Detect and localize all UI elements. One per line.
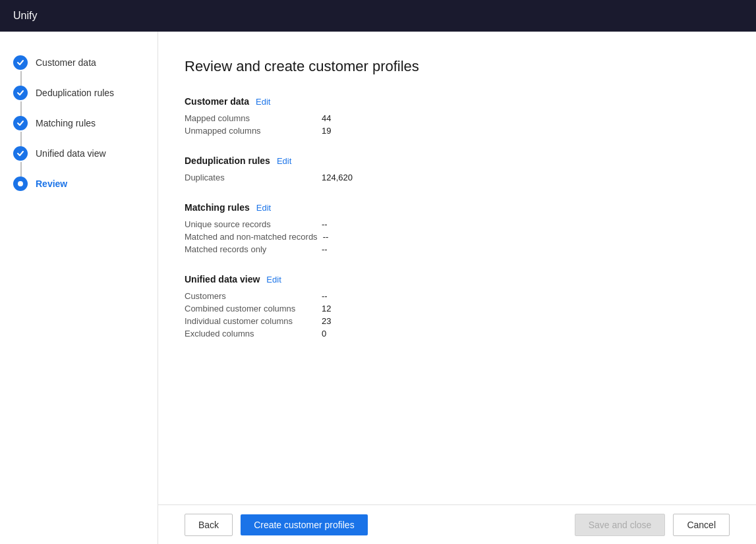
save-close-button[interactable]: Save and close (575, 514, 666, 536)
row-value: -- (322, 219, 328, 229)
section-deduplication-rules: Deduplication rulesEditDuplicates124,620 (185, 155, 730, 184)
section-header: Deduplication rulesEdit (185, 155, 730, 166)
row-label: Individual customer columns (185, 316, 316, 326)
section-header: Unified data viewEdit (185, 274, 730, 285)
edit-deduplication-rules-link[interactable]: Edit (277, 156, 291, 166)
content-area: Review and create customer profiles Cust… (158, 32, 756, 504)
section-row: Mapped columns44 (185, 112, 730, 124)
row-label: Unmapped columns (185, 126, 316, 136)
row-value: 44 (322, 113, 331, 123)
section-row: Duplicates124,620 (185, 171, 730, 184)
step-label: Unified data view (36, 148, 106, 159)
step-label: Customer data (36, 57, 96, 68)
section-title: Unified data view (185, 274, 260, 285)
section-header: Matching rulesEdit (185, 202, 730, 213)
section-title: Customer data (185, 96, 249, 107)
row-label: Combined customer columns (185, 304, 316, 313)
section-unified-data-view: Unified data viewEditCustomers--Combined… (185, 274, 730, 340)
step-circle (13, 55, 28, 70)
row-label: Excluded columns (185, 329, 316, 339)
section-title: Matching rules (185, 202, 250, 213)
row-label: Mapped columns (185, 113, 316, 123)
section-row: Matched and non-matched records-- (185, 231, 730, 243)
sidebar-step-unified-data-view[interactable]: Unified data view (0, 138, 158, 169)
row-label: Unique source records (185, 219, 316, 229)
section-header: Customer dataEdit (185, 96, 730, 107)
row-value: 12 (322, 304, 331, 313)
row-value: -- (323, 232, 329, 242)
cancel-button[interactable]: Cancel (673, 514, 730, 536)
row-value: 0 (322, 329, 326, 339)
step-circle (13, 177, 28, 191)
app-title: Unify (13, 10, 37, 22)
section-customer-data: Customer dataEditMapped columns44Unmappe… (185, 96, 730, 137)
section-matching-rules: Matching rulesEditUnique source records-… (185, 202, 730, 256)
section-title: Deduplication rules (185, 155, 270, 166)
row-value: 124,620 (322, 173, 353, 182)
app-header: Unify (0, 0, 756, 32)
step-label: Deduplication rules (36, 88, 114, 98)
section-row: Unmapped columns19 (185, 124, 730, 137)
row-value: 23 (322, 316, 331, 326)
row-label: Matched and non-matched records (185, 232, 318, 242)
step-circle (13, 86, 28, 100)
step-circle (13, 146, 28, 161)
row-value: 19 (322, 126, 331, 136)
svg-point-0 (18, 181, 23, 186)
footer-left: Back Create customer profiles (185, 514, 368, 536)
section-row: Matched records only-- (185, 243, 730, 256)
section-row: Customers-- (185, 290, 730, 302)
row-label: Matched records only (185, 244, 316, 254)
row-value: -- (322, 291, 328, 301)
main-content: Review and create customer profiles Cust… (158, 32, 756, 544)
footer: Back Create customer profiles Save and c… (158, 504, 756, 544)
row-label: Customers (185, 291, 316, 301)
app-body: Customer dataDeduplication rulesMatching… (0, 32, 756, 544)
sidebar-step-deduplication-rules[interactable]: Deduplication rules (0, 78, 158, 108)
row-label: Duplicates (185, 173, 316, 182)
step-circle (13, 116, 28, 130)
edit-matching-rules-link[interactable]: Edit (256, 203, 271, 213)
sidebar: Customer dataDeduplication rulesMatching… (0, 32, 158, 544)
step-label: Review (36, 178, 67, 189)
section-row: Combined customer columns12 (185, 302, 730, 315)
sidebar-step-review[interactable]: Review (0, 169, 158, 199)
edit-unified-data-view-link[interactable]: Edit (266, 275, 281, 285)
sidebar-step-matching-rules[interactable]: Matching rules (0, 108, 158, 138)
section-row: Excluded columns0 (185, 327, 730, 340)
section-row: Individual customer columns23 (185, 315, 730, 327)
footer-right: Save and close Cancel (575, 514, 730, 536)
create-profiles-button[interactable]: Create customer profiles (241, 514, 368, 535)
step-label: Matching rules (36, 118, 96, 128)
sidebar-step-customer-data[interactable]: Customer data (0, 47, 158, 78)
edit-customer-data-link[interactable]: Edit (256, 97, 270, 107)
back-button[interactable]: Back (185, 514, 233, 536)
row-value: -- (322, 244, 328, 254)
section-row: Unique source records-- (185, 218, 730, 231)
page-title: Review and create customer profiles (185, 58, 730, 75)
